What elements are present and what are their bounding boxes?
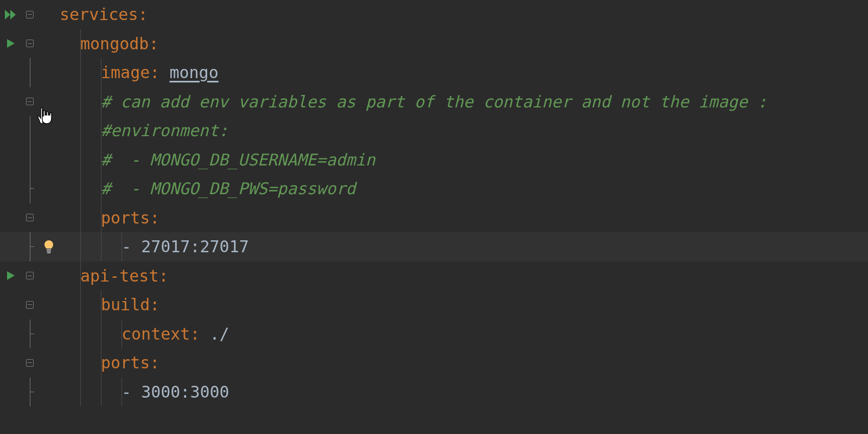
pointer-cursor-icon	[37, 106, 54, 126]
gutter-run	[0, 232, 22, 261]
yaml-key: ports	[101, 208, 150, 227]
gutter-fold	[22, 58, 38, 87]
code-text[interactable]: services:	[60, 5, 148, 24]
fold-toggle-icon[interactable]	[26, 301, 34, 309]
gutter-fold	[22, 116, 38, 145]
code-line[interactable]: ports:	[0, 348, 868, 378]
gutter-run	[0, 290, 22, 320]
code-text[interactable]: - 3000:3000	[60, 382, 229, 401]
code-line[interactable]: context: ./	[0, 320, 868, 349]
yaml-key: api-test	[80, 266, 159, 285]
code-line[interactable]: ports:	[0, 203, 868, 233]
code-line[interactable]: # can add env variables as part of the c…	[0, 87, 868, 117]
fold-toggle-icon[interactable]	[26, 11, 34, 18]
fold-toggle-icon[interactable]	[26, 214, 34, 221]
svg-rect-1	[47, 251, 51, 252]
gutter-bulb	[38, 348, 60, 378]
code-text[interactable]: - 27017:27017	[60, 237, 249, 256]
run-icon[interactable]	[5, 270, 17, 282]
gutter-run	[0, 174, 22, 203]
code-line[interactable]: - 3000:3000	[0, 378, 868, 407]
code-line[interactable]: api-test:	[0, 261, 868, 291]
gutter-run	[0, 145, 22, 175]
fold-toggle-icon[interactable]	[26, 272, 34, 279]
gutter-run	[0, 58, 22, 87]
gutter-bulb	[38, 0, 60, 29]
code-text[interactable]: mongodb:	[60, 34, 159, 53]
gutter-run	[0, 116, 22, 145]
code-line[interactable]: - 27017:27017	[0, 232, 868, 261]
gutter-fold[interactable]	[22, 348, 38, 378]
fold-toggle-icon[interactable]	[26, 98, 34, 105]
gutter-bulb	[38, 378, 60, 407]
gutter-fold[interactable]	[22, 29, 38, 59]
gutter-run[interactable]	[0, 261, 22, 291]
svg-rect-2	[47, 252, 50, 253]
gutter-run	[0, 378, 22, 407]
code-line[interactable]: image: mongo	[0, 58, 868, 87]
code-text[interactable]: image: mongo	[60, 63, 219, 82]
yaml-dash: -	[122, 382, 141, 401]
code-line[interactable]: #environment:	[0, 116, 868, 145]
gutter-run	[0, 87, 22, 117]
gutter-fold[interactable]	[22, 87, 38, 117]
fold-toggle-icon[interactable]	[26, 359, 34, 367]
code-text[interactable]: # can add env variables as part of the c…	[60, 92, 767, 111]
gutter-bulb	[38, 261, 60, 291]
fold-end-icon	[26, 243, 34, 251]
yaml-colon: :	[150, 295, 159, 314]
gutter-fold[interactable]	[22, 261, 38, 291]
fold-guide	[30, 116, 30, 145]
yaml-key: ports	[101, 353, 150, 372]
code-text[interactable]: ports:	[60, 208, 159, 227]
yaml-colon: :	[190, 324, 209, 343]
gutter-bulb[interactable]	[38, 232, 60, 261]
code-text[interactable]: #environment:	[60, 121, 228, 140]
gutter-bulb	[38, 203, 60, 233]
code-text[interactable]: ports:	[60, 353, 159, 372]
gutter-bulb	[38, 320, 60, 349]
code-line[interactable]: services:	[0, 0, 868, 29]
code-editor[interactable]: services:mongodb:image: mongo# can add e…	[0, 0, 868, 434]
yaml-colon: :	[150, 208, 159, 227]
intention-bulb-icon[interactable]	[42, 239, 55, 254]
gutter-bulb	[38, 290, 60, 320]
yaml-comment: # can add env variables as part of the c…	[101, 92, 767, 111]
code-line[interactable]: # - MONGO_DB_PWS=password	[0, 174, 868, 203]
fold-toggle-icon[interactable]	[26, 40, 34, 47]
fold-end-icon	[26, 185, 34, 193]
code-line[interactable]: mongodb:	[0, 29, 868, 59]
code-text[interactable]: api-test:	[60, 266, 169, 285]
gutter-fold[interactable]	[22, 203, 38, 233]
run-all-icon[interactable]	[4, 8, 18, 22]
gutter-run	[0, 203, 22, 233]
code-text[interactable]: context: ./	[60, 324, 229, 343]
yaml-value: ./	[210, 324, 229, 343]
yaml-colon: :	[159, 266, 169, 285]
code-text[interactable]: # - MONGO_DB_USERNAME=admin	[60, 150, 375, 169]
code-line[interactable]: build:	[0, 290, 868, 320]
yaml-colon: :	[150, 353, 159, 372]
svg-rect-0	[47, 249, 51, 250]
gutter-fold	[22, 378, 38, 407]
run-icon[interactable]	[5, 37, 17, 49]
yaml-comment: #environment:	[101, 121, 228, 140]
gutter-fold[interactable]	[22, 290, 38, 320]
fold-guide	[30, 58, 30, 87]
gutter-run[interactable]	[0, 0, 22, 29]
yaml-dash: -	[122, 237, 141, 256]
yaml-colon: :	[150, 63, 169, 82]
gutter-run[interactable]	[0, 29, 22, 59]
code-text[interactable]: build:	[60, 295, 159, 314]
yaml-comment: # - MONGO_DB_PWS=password	[101, 179, 356, 198]
gutter-bulb	[38, 58, 60, 87]
gutter-fold[interactable]	[22, 0, 38, 29]
fold-end-icon	[26, 388, 34, 395]
code-text[interactable]: # - MONGO_DB_PWS=password	[60, 179, 356, 198]
fold-end-icon	[26, 330, 34, 337]
gutter-fold	[22, 145, 38, 175]
code-line[interactable]: # - MONGO_DB_USERNAME=admin	[0, 145, 868, 175]
yaml-colon: :	[138, 5, 148, 24]
gutter-bulb	[38, 145, 60, 175]
gutter-bulb	[38, 29, 60, 59]
